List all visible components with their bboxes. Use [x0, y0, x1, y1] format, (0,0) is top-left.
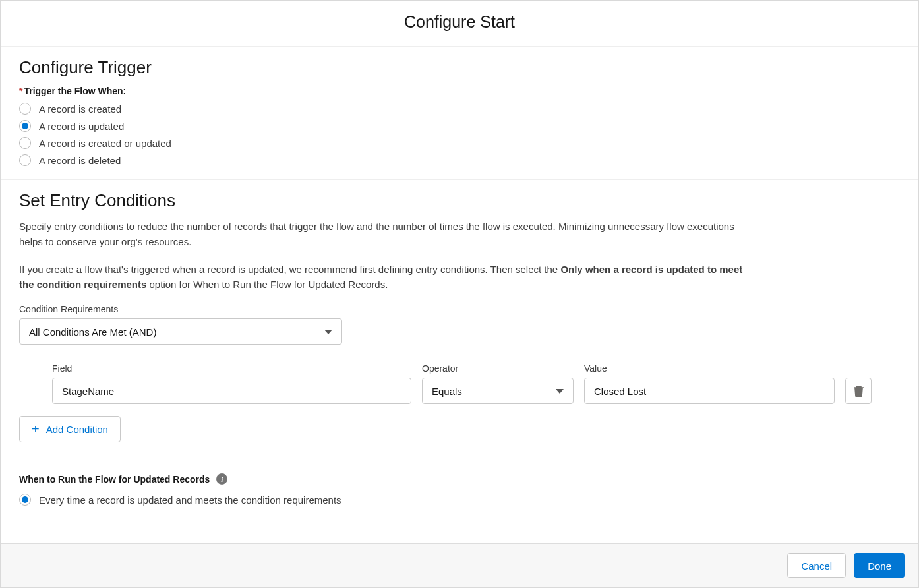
radio-icon [19, 137, 31, 149]
info-icon[interactable]: i [216, 473, 227, 485]
modal-header: Configure Start [1, 1, 918, 47]
value-column-label: Value [584, 363, 835, 374]
entry-conditions-heading: Set Entry Conditions [19, 191, 900, 211]
modal-body-scroll[interactable]: Configure Trigger *Trigger the Flow When… [1, 47, 918, 543]
modal-title: Configure Start [1, 13, 918, 32]
when-to-run-header: When to Run the Flow for Updated Records… [19, 473, 900, 485]
condition-operator-select[interactable]: Equals [422, 378, 574, 404]
configure-start-modal: Configure Start Configure Trigger *Trigg… [0, 0, 919, 588]
add-condition-label: Add Condition [46, 424, 108, 435]
modal-footer: Cancel Done [1, 543, 918, 587]
trigger-option-created[interactable]: A record is created [19, 103, 900, 115]
entry-help-text-1: Specify entry conditions to reduce the n… [19, 219, 757, 250]
configure-trigger-section: Configure Trigger *Trigger the Flow When… [1, 47, 918, 179]
chevron-down-icon [324, 330, 332, 334]
trigger-when-label: *Trigger the Flow When: [19, 86, 900, 96]
radio-icon [19, 154, 31, 166]
radio-icon [19, 120, 31, 132]
condition-operator-column: Operator Equals [422, 363, 574, 404]
configure-trigger-heading: Configure Trigger [19, 57, 900, 78]
radio-label: A record is deleted [39, 155, 121, 166]
entry-conditions-section: Set Entry Conditions Specify entry condi… [1, 179, 918, 456]
delete-condition-button[interactable] [845, 378, 872, 404]
radio-label: A record is updated [39, 121, 124, 132]
trigger-option-deleted[interactable]: A record is deleted [19, 154, 900, 166]
entry-help-text-2: If you create a flow that's triggered wh… [19, 262, 757, 293]
trigger-option-updated[interactable]: A record is updated [19, 120, 900, 132]
select-value: All Conditions Are Met (AND) [29, 326, 156, 338]
condition-field-input[interactable]: StageName [52, 378, 411, 404]
when-to-run-heading: When to Run the Flow for Updated Records [19, 474, 210, 485]
when-to-run-section: When to Run the Flow for Updated Records… [1, 456, 918, 519]
when-to-run-radio-group: Every time a record is updated and meets… [19, 494, 900, 506]
plus-icon: + [32, 423, 40, 436]
add-condition-button[interactable]: + Add Condition [19, 416, 121, 442]
radio-icon [19, 103, 31, 115]
required-asterisk: * [19, 86, 22, 96]
radio-label: Every time a record is updated and meets… [39, 494, 341, 506]
condition-value-column: Value Closed Lost [584, 363, 835, 404]
radio-icon [19, 494, 31, 506]
field-value: StageName [62, 386, 114, 397]
condition-row: Field StageName Operator Equals Value Cl [19, 363, 900, 404]
field-column-label: Field [52, 363, 411, 374]
radio-label: A record is created or updated [39, 138, 171, 149]
operator-value: Equals [432, 386, 462, 397]
trigger-option-created-or-updated[interactable]: A record is created or updated [19, 137, 900, 149]
radio-label: A record is created [39, 103, 121, 115]
trash-icon [854, 386, 864, 397]
condition-requirements-label: Condition Requirements [19, 304, 900, 314]
trigger-when-radio-group: A record is created A record is updated … [19, 103, 900, 166]
value-value: Closed Lost [594, 386, 646, 397]
condition-value-input[interactable]: Closed Lost [584, 378, 835, 404]
operator-column-label: Operator [422, 363, 574, 374]
when-option-every-time[interactable]: Every time a record is updated and meets… [19, 494, 900, 506]
chevron-down-icon [556, 389, 564, 394]
condition-field-column: Field StageName [52, 363, 411, 404]
cancel-button[interactable]: Cancel [787, 553, 846, 578]
done-button[interactable]: Done [854, 553, 905, 578]
condition-requirements-select[interactable]: All Conditions Are Met (AND) [19, 318, 342, 345]
